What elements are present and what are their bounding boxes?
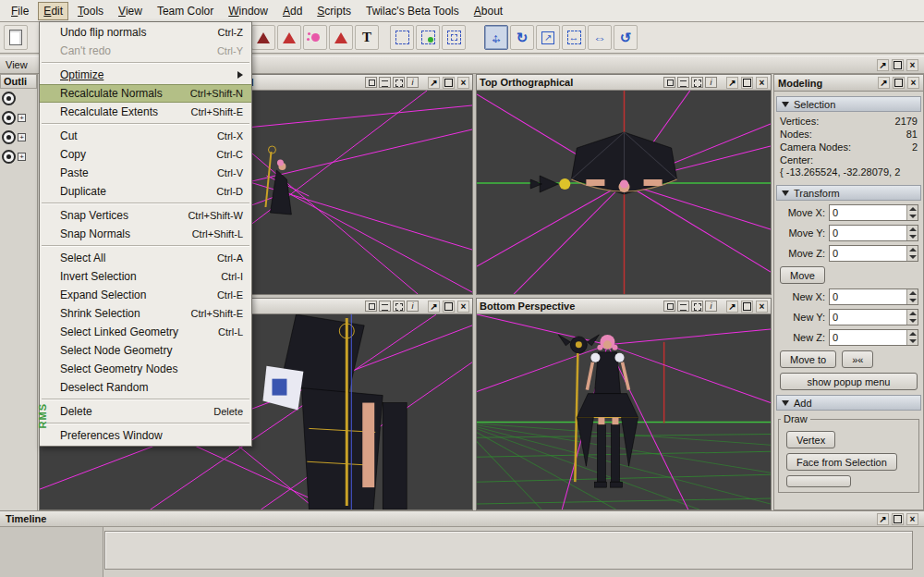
move-to-button[interactable]: Move to [780, 350, 836, 368]
maximize-button[interactable] [443, 301, 455, 313]
expand-icon[interactable] [18, 114, 26, 122]
spin-down-button[interactable] [907, 297, 918, 304]
collapse-panel-button[interactable]: »« [842, 350, 873, 368]
shaded-toggle[interactable] [365, 301, 377, 312]
menu-item-optimize[interactable]: Optimize [40, 66, 251, 84]
shaded-toggle[interactable] [663, 301, 675, 312]
menu-item-paste[interactable]: PasteCtrl-V [40, 164, 251, 182]
float-button[interactable]: ↗ [726, 301, 738, 313]
spin-up-button[interactable] [907, 246, 918, 253]
info-toggle[interactable]: i [705, 301, 717, 312]
lines-toggle[interactable] [379, 77, 391, 88]
menu-edit[interactable]: Edit [38, 2, 68, 20]
flag-b-button[interactable] [277, 25, 301, 50]
lines-toggle[interactable] [677, 301, 689, 312]
maximize-button[interactable] [893, 77, 905, 89]
section-transform[interactable]: Transform [776, 185, 921, 201]
float-button[interactable]: ↗ [428, 77, 440, 89]
new-z-field[interactable]: 0 [829, 329, 918, 346]
new-y-field[interactable]: 0 [829, 309, 918, 325]
orbit-tool-button[interactable] [614, 25, 638, 50]
bounds-toggle[interactable] [393, 301, 405, 312]
float-button[interactable]: ↗ [877, 59, 889, 71]
menu-item-invert-selection[interactable]: Invert SelectionCtrl-I [40, 267, 251, 286]
menu-tools[interactable]: Tools [72, 2, 109, 20]
spin-down-button[interactable] [907, 338, 918, 345]
maximize-button[interactable] [741, 301, 753, 313]
close-button[interactable]: × [906, 513, 918, 525]
move-button[interactable]: Move [780, 266, 825, 284]
spin-down-button[interactable] [907, 253, 918, 261]
menu-item-copy[interactable]: CopyCtrl-C [40, 145, 251, 164]
float-button[interactable]: ↗ [877, 513, 889, 525]
extents-tool-button[interactable] [562, 25, 586, 50]
move-tool-button[interactable] [484, 25, 508, 50]
visibility-eye-icon[interactable] [2, 92, 16, 105]
outliner-row[interactable] [0, 147, 37, 166]
viewport-canvas-top[interactable] [477, 91, 771, 294]
clipped-button[interactable] [786, 475, 851, 487]
menu-about[interactable]: About [468, 2, 508, 20]
menu-item-snap-normals[interactable]: Snap NormalsCtrl+Shift-L [40, 225, 251, 243]
close-button[interactable]: × [756, 77, 768, 89]
menu-item-cut[interactable]: CutCtrl-X [40, 127, 251, 145]
expand-icon[interactable] [18, 153, 26, 161]
marquee-select-button[interactable] [390, 25, 414, 50]
menu-item-preferences-window[interactable]: Preferences Window [40, 426, 251, 445]
rotate-tool-button[interactable] [510, 25, 534, 50]
select-vertices-button[interactable] [416, 25, 440, 50]
flag-a-button[interactable] [251, 25, 275, 50]
close-button[interactable]: × [906, 59, 918, 71]
maximize-button[interactable] [741, 77, 753, 89]
menu-item-select-geometry-nodes[interactable]: Select Geometry Nodes [40, 360, 251, 378]
section-selection[interactable]: Selection [776, 96, 921, 112]
menu-add[interactable]: Add [277, 2, 308, 20]
spin-up-button[interactable] [907, 226, 918, 233]
outliner-row[interactable] [0, 128, 37, 147]
section-add[interactable]: Add [776, 395, 921, 411]
close-button[interactable]: × [907, 77, 919, 89]
new-x-field[interactable]: 0 [829, 288, 918, 305]
menu-window[interactable]: Window [223, 2, 274, 20]
float-button[interactable]: ↗ [428, 301, 440, 313]
visibility-eye-icon[interactable] [2, 130, 16, 144]
close-button[interactable]: × [457, 301, 469, 313]
spin-up-button[interactable] [907, 289, 918, 297]
menu-item-shrink-selection[interactable]: Shrink SelectionCtrl+Shift-E [40, 304, 251, 323]
visibility-eye-icon[interactable] [2, 111, 16, 125]
timeline-track[interactable] [104, 531, 913, 570]
menu-item-delete[interactable]: DeleteDelete [40, 402, 251, 421]
menu-item-undo-flip-normals[interactable]: Undo flip normalsCtrl-Z [40, 23, 251, 42]
lines-toggle[interactable] [379, 301, 391, 312]
info-toggle[interactable]: i [705, 77, 717, 88]
menu-item-deselect-random[interactable]: Deselect Random [40, 378, 251, 397]
lines-toggle[interactable] [677, 77, 689, 88]
float-button[interactable]: ↗ [878, 77, 890, 89]
outliner-row[interactable] [0, 89, 37, 108]
text-tool-button[interactable]: T [355, 25, 379, 50]
menu-file[interactable]: File [6, 2, 34, 20]
show-popup-menu-button[interactable]: show popup menu [780, 373, 918, 390]
menu-team-color[interactable]: Team Color [152, 2, 219, 20]
move-z-field[interactable]: 0 [829, 245, 918, 262]
flag-c-button[interactable] [329, 25, 353, 50]
close-button[interactable]: × [457, 77, 469, 89]
spin-up-button[interactable] [907, 310, 918, 317]
menu-item-recalculate-extents[interactable]: Recalculate ExtentsCtrl+Shift-E [40, 103, 251, 121]
spin-down-button[interactable] [907, 213, 918, 220]
menu-view[interactable]: View [113, 2, 148, 20]
maximize-button[interactable] [892, 59, 904, 71]
spin-down-button[interactable] [907, 317, 918, 325]
select-inner-button[interactable] [442, 25, 466, 50]
menu-item-select-linked-geometry[interactable]: Select Linked GeometryCtrl-L [40, 323, 251, 341]
new-file-button[interactable] [4, 25, 28, 50]
pan-tool-button[interactable] [536, 25, 560, 50]
spin-up-button[interactable] [907, 330, 918, 338]
menu-item-expand-selection[interactable]: Expand SelectionCtrl-E [40, 286, 251, 304]
outliner-row[interactable] [0, 108, 37, 128]
info-toggle[interactable]: i [407, 77, 419, 88]
info-toggle[interactable]: i [407, 301, 419, 312]
close-button[interactable]: × [756, 301, 768, 313]
maximize-button[interactable] [443, 77, 455, 89]
visibility-eye-icon[interactable] [2, 150, 16, 164]
